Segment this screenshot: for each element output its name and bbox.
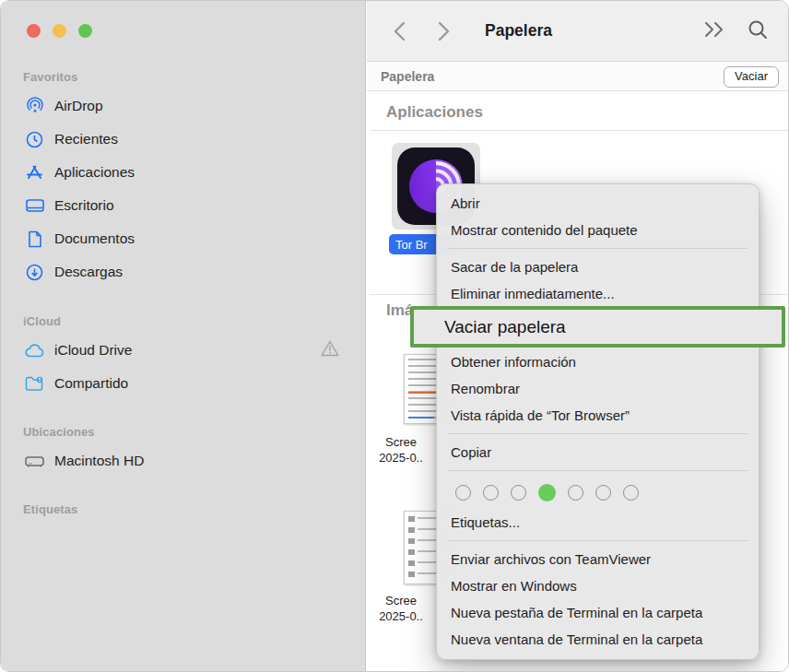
sidebar-item-icloud-drive[interactable]: iCloud Drive (16, 334, 365, 367)
appstore-icon (25, 163, 44, 183)
section-header-imagenes: Imá (386, 301, 413, 320)
menu-item-obtener-informacion[interactable]: Obtener información (437, 348, 759, 375)
thumbnail-link-line (408, 417, 434, 419)
minimize-window-button[interactable] (53, 24, 66, 38)
menu-item-abrir[interactable]: Abrir (437, 190, 759, 217)
toolbar: Papelera (367, 1, 788, 62)
sidebar-item-label: Descargas (54, 264, 123, 280)
menu-item-copiar[interactable]: Copiar (437, 439, 759, 466)
menu-item-sacar-papelera[interactable]: Sacar de la papelera (437, 253, 759, 280)
tag-dot-1[interactable] (455, 485, 471, 501)
airdrop-icon (25, 97, 44, 116)
menu-item-terminal-ventana[interactable]: Nueva ventana de Terminal en la carpeta (437, 626, 759, 653)
section-header-aplicaciones: Aplicaciones (386, 103, 483, 122)
sidebar-section-ubicaciones: Ubicaciones (1, 425, 365, 444)
annotation-highlight-box: Vaciar papelera (410, 306, 785, 348)
menu-separator (448, 540, 748, 541)
back-button[interactable] (385, 18, 413, 45)
sidebar-section-icloud: iCloud (1, 314, 365, 334)
tag-dot-3[interactable] (511, 485, 526, 501)
desktop-icon (25, 196, 44, 216)
sidebar-item-compartido[interactable]: Compartido (16, 367, 365, 400)
trash-status-bar: Papelera Vaciar (367, 63, 788, 91)
file-name-caption: Scree 2025-0.. (367, 434, 435, 466)
sidebar-item-airdrop[interactable]: AirDrop (16, 89, 365, 123)
trash-title: Papelera (381, 69, 434, 84)
tag-color-row (437, 476, 759, 509)
sidebar-section-etiquetas: Etiquetas (1, 502, 365, 522)
more-toolbar-items-icon[interactable] (703, 21, 727, 41)
sidebar-section-favoritos: Favoritos (1, 70, 365, 89)
empty-trash-button[interactable]: Vaciar (724, 66, 779, 88)
sidebar-item-label: Documentos (54, 230, 135, 247)
tag-dot-2[interactable] (483, 485, 499, 501)
tag-dot-7[interactable] (623, 485, 639, 501)
warning-icon (321, 340, 339, 360)
forward-button[interactable] (430, 18, 457, 45)
search-icon[interactable] (748, 19, 768, 43)
menu-item-terminal-pestana[interactable]: Nueva pestaña de Terminal en la carpeta (437, 599, 759, 626)
menu-item-teamviewer[interactable]: Enviar archivos con TeamViewer (437, 546, 759, 572)
context-menu: Abrir Mostrar contenido del paquete Saca… (436, 183, 760, 660)
file-name-caption: Scree 2025-0.. (367, 593, 435, 624)
sidebar-item-label: iCloud Drive (54, 342, 132, 359)
tag-dot-5[interactable] (568, 485, 583, 501)
menu-item-vista-rapida[interactable]: Vista rápida de “Tor Browser” (437, 402, 759, 429)
shared-folder-icon (25, 374, 44, 394)
document-icon (25, 230, 44, 249)
download-icon (25, 263, 44, 282)
sidebar-item-label: AirDrop (54, 98, 103, 114)
sidebar-item-documentos[interactable]: Documentos (16, 222, 365, 255)
harddrive-icon (25, 452, 44, 471)
tag-dot-6[interactable] (595, 485, 611, 501)
sidebar-item-label: Compartido (54, 375, 128, 392)
sidebar-item-label: Aplicaciones (54, 164, 135, 181)
close-window-button[interactable] (27, 24, 41, 38)
sidebar: Favoritos AirDrop (1, 1, 366, 672)
sidebar-item-macintosh-hd[interactable]: Macintosh HD (16, 444, 365, 477)
menu-item-mostrar-contenido[interactable]: Mostrar contenido del paquete (437, 217, 759, 243)
sidebar-item-label: Escritorio (54, 197, 114, 214)
sidebar-item-recientes[interactable]: Recientes (16, 123, 365, 156)
sidebar-item-label: Macintosh HD (54, 453, 144, 469)
section-divider (371, 130, 788, 131)
zoom-window-button[interactable] (78, 24, 92, 38)
sidebar-item-descargas[interactable]: Descargas (16, 255, 365, 289)
menu-item-etiquetas[interactable]: Etiquetas... (437, 509, 759, 536)
menu-item-vaciar-papelera[interactable]: Vaciar papelera (414, 317, 566, 337)
sidebar-item-label: Recientes (54, 131, 118, 147)
tag-dot-green-selected[interactable] (538, 484, 556, 501)
sidebar-item-aplicaciones[interactable]: Aplicaciones (16, 156, 365, 189)
sidebar-item-escritorio[interactable]: Escritorio (16, 189, 365, 222)
menu-item-mostrar-windows[interactable]: Mostrar en Windows (437, 572, 759, 599)
thumbnail-content (408, 516, 415, 579)
clock-icon (25, 130, 44, 149)
finder-window: Favoritos AirDrop (0, 0, 789, 672)
menu-separator (448, 470, 748, 471)
menu-item-eliminar-inmediatamente[interactable]: Eliminar inmediatamente... (437, 280, 759, 307)
menu-item-renombrar[interactable]: Renombrar (437, 375, 759, 402)
menu-separator (448, 248, 748, 249)
window-title: Papelera (485, 21, 552, 41)
menu-separator (448, 433, 748, 434)
cloud-icon (25, 341, 44, 360)
